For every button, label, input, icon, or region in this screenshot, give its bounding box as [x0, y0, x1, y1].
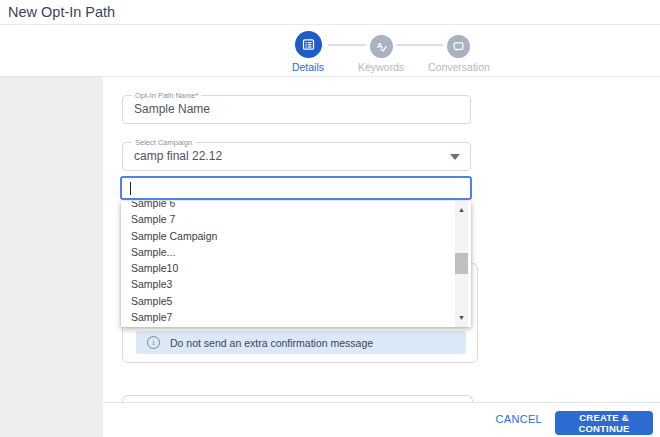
spellcheck-icon: A — [370, 35, 393, 58]
info-icon: i — [147, 336, 160, 349]
opt-in-path-name-field[interactable]: Opt-In Path Name* Sample Name — [122, 95, 471, 124]
campaign-options-dropdown: Sample 6 Sample 7 Sample Campaign Sample… — [121, 201, 471, 327]
dropdown-scrollbar[interactable]: ▲ ▼ — [455, 201, 468, 327]
new-opt-in-path-dialog: New Opt-In Path Details A Keywords Conve… — [0, 0, 660, 437]
campaign-option[interactable]: Sample7 — [121, 309, 451, 325]
triangle-down-icon[interactable]: ▼ — [455, 314, 468, 322]
campaign-option[interactable]: Sample 6 — [121, 201, 451, 211]
text-cursor — [130, 182, 131, 195]
step-conversation[interactable]: Conversation — [428, 35, 488, 73]
scrollbar-thumb[interactable] — [455, 253, 468, 274]
campaign-option[interactable]: Sample... — [121, 244, 451, 260]
step-keywords-label: Keywords — [351, 61, 411, 73]
step-keywords[interactable]: A Keywords — [351, 35, 411, 73]
left-sidebar — [0, 77, 103, 437]
campaign-option[interactable]: Sample5 — [121, 293, 451, 309]
step-details-label: Details — [278, 61, 338, 73]
confirmation-alert: i Do not send an extra confirmation mess… — [136, 331, 466, 354]
select-campaign-field[interactable]: Select Campaign camp final 22.12 — [122, 142, 471, 171]
cancel-button[interactable]: CANCEL — [496, 413, 542, 425]
campaign-option[interactable]: Sample 7 — [121, 211, 451, 227]
campaign-options-list: Sample 6 Sample 7 Sample Campaign Sample… — [121, 201, 451, 327]
campaign-search-input[interactable] — [120, 176, 472, 200]
form-details-icon — [295, 31, 322, 58]
triangle-up-icon[interactable]: ▲ — [455, 206, 468, 214]
campaign-option[interactable]: Sample Campaign — [121, 228, 451, 244]
step-conversation-label: Conversation — [428, 61, 488, 73]
campaign-option[interactable]: Sample3 — [121, 276, 451, 292]
step-details[interactable]: Details — [278, 31, 338, 73]
header-divider — [0, 24, 660, 25]
campaign-option[interactable]: Sample10 — [121, 260, 451, 276]
caret-down-icon[interactable] — [450, 154, 460, 160]
opt-in-path-name-value: Sample Name — [134, 96, 210, 123]
page-title: New Opt-In Path — [8, 4, 115, 20]
create-continue-button[interactable]: CREATE & CONTINUE — [555, 411, 653, 435]
select-campaign-value: camp final 22.12 — [134, 143, 222, 170]
chat-bubble-icon — [447, 35, 470, 58]
confirmation-alert-text: Do not send an extra confirmation messag… — [170, 337, 373, 349]
footer-bar: CANCEL CREATE & CONTINUE — [103, 402, 660, 437]
